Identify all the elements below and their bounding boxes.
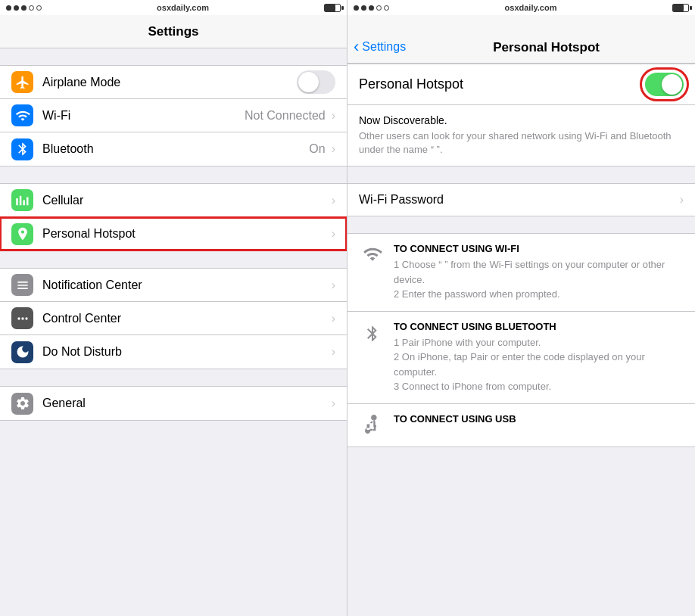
gear-icon <box>15 396 30 411</box>
section-network: Cellular › Personal Hotspot › <box>0 183 347 251</box>
status-url-right: osxdaily.com <box>505 3 557 12</box>
connect-wifi-step2: 2 Enter the password when prompted. <box>394 287 684 302</box>
hotspot-label: Personal Hotspot <box>42 227 332 241</box>
airplane-label: Airplane Mode <box>42 76 297 89</box>
section-general: General › <box>0 386 347 421</box>
wifi-password-label: Wi-Fi Password <box>359 193 680 207</box>
connect-section: TO CONNECT USING WI-FI 1 Choose “ ” from… <box>348 233 695 447</box>
donotdisturb-icon-wrap <box>11 341 33 363</box>
wifi-icon-wrap <box>11 104 33 126</box>
dot1 <box>6 5 11 11</box>
section-controls: Notification Center › Control Center › <box>0 268 347 369</box>
status-bar-right: osxdaily.com <box>348 0 695 15</box>
notification-chevron: › <box>332 278 335 292</box>
bluetooth-label: Bluetooth <box>42 142 309 156</box>
dot2 <box>14 5 19 11</box>
connect-usb-title: TO CONNECT USING USB <box>394 413 684 425</box>
list-item-cellular[interactable]: Cellular › <box>0 184 347 217</box>
airplane-toggle[interactable] <box>297 70 335 94</box>
svg-point-2 <box>25 317 27 319</box>
cellular-icon-wrap <box>11 189 33 211</box>
wifi-label: Wi-Fi <box>42 109 245 123</box>
airplane-icon <box>15 75 30 90</box>
connect-bluetooth-step1: 1 Pair iPhone with your computer. <box>394 335 684 350</box>
settings-list: Airplane Mode Wi-Fi Not Connected › <box>0 48 347 616</box>
wifi-password-row[interactable]: Wi-Fi Password › <box>348 183 695 216</box>
hotspot-chevron: › <box>332 227 335 241</box>
general-chevron: › <box>332 397 335 410</box>
connect-bluetooth-step2: 2 On iPhone, tap Pair or enter the code … <box>394 350 684 379</box>
right-content: Personal Hotspot Now Discoverable. Other… <box>348 64 695 616</box>
notification-label: Notification Center <box>42 278 332 292</box>
donotdisturb-label: Do Not Disturb <box>42 345 332 359</box>
list-item-control[interactable]: Control Center › <box>0 302 347 335</box>
list-item-wifi[interactable]: Wi-Fi Not Connected › <box>0 99 347 132</box>
hotspot-icon-wrap <box>11 223 33 245</box>
list-item-bluetooth[interactable]: Bluetooth On › <box>0 132 347 166</box>
hotspot-toggle-label: Personal Hotspot <box>359 76 645 92</box>
connect-wifi-icon <box>359 244 386 264</box>
left-panel: osxdaily.com Settings Airplane Mode <box>0 0 348 616</box>
connect-wifi-step1: 1 Choose “ ” from the Wi-Fi settings on … <box>394 257 684 287</box>
bluetooth-icon-wrap <box>11 138 33 160</box>
list-item-airplane[interactable]: Airplane Mode <box>0 66 347 99</box>
control-center-icon <box>15 311 30 326</box>
right-nav-title: Personal Hotspot <box>409 40 684 55</box>
connect-wifi-title: TO CONNECT USING WI-FI <box>394 243 684 254</box>
rdot4 <box>376 5 382 11</box>
cellular-icon <box>15 193 30 208</box>
battery-fill-right <box>673 5 684 11</box>
status-url-left: osxdaily.com <box>157 3 209 12</box>
list-item-hotspot[interactable]: Personal Hotspot › <box>0 217 347 250</box>
hotspot-toggle-knob <box>662 74 682 95</box>
connect-bluetooth-text: TO CONNECT USING BLUETOOTH 1 Pair iPhone… <box>394 321 684 394</box>
wifi-chevron: › <box>332 109 335 123</box>
connect-bluetooth-icon <box>359 322 386 345</box>
bluetooth-connect-icon <box>363 322 382 345</box>
list-item-general[interactable]: General › <box>0 387 347 420</box>
cellular-chevron: › <box>332 194 335 207</box>
hotspot-toggle[interactable] <box>645 73 684 96</box>
back-button[interactable]: ‹ Settings <box>354 39 406 55</box>
status-bar-left: osxdaily.com <box>0 0 347 15</box>
dot3 <box>21 5 26 11</box>
moon-icon <box>15 344 30 359</box>
control-chevron: › <box>332 312 335 325</box>
wifi-password-chevron: › <box>680 193 684 207</box>
notification-icon <box>15 278 30 293</box>
connect-wifi-text: TO CONNECT USING WI-FI 1 Choose “ ” from… <box>394 243 684 302</box>
list-item-donotdisturb[interactable]: Do Not Disturb › <box>0 335 347 369</box>
section-gap-3 <box>0 251 347 268</box>
hotspot-toggle-row: Personal Hotspot <box>348 64 695 105</box>
bluetooth-icon <box>15 142 30 157</box>
battery-icon-left <box>324 4 341 12</box>
discoverable-text: Other users can look for your shared net… <box>359 129 684 157</box>
section-gap-1 <box>0 48 347 65</box>
connect-bluetooth-title: TO CONNECT USING BLUETOOTH <box>394 321 684 332</box>
connect-usb-icon <box>359 415 386 437</box>
signal-dots-right <box>354 5 389 11</box>
hotspot-icon <box>15 226 30 241</box>
donotdisturb-chevron: › <box>332 345 335 359</box>
back-label: Settings <box>362 40 406 54</box>
cellular-label: Cellular <box>42 194 332 207</box>
wifi-icon <box>15 108 30 123</box>
connect-usb-text: TO CONNECT USING USB <box>394 413 684 428</box>
connect-bluetooth-step3: 3 Connect to iPhone from computer. <box>394 379 684 394</box>
wifi-value: Not Connected <box>245 109 326 123</box>
control-icon-wrap <box>11 307 33 329</box>
svg-point-0 <box>17 317 20 319</box>
airplane-icon-wrap <box>11 71 33 93</box>
signal-dots <box>6 5 42 11</box>
left-nav-title: Settings <box>148 24 198 39</box>
airplane-toggle-knob <box>298 72 319 92</box>
nav-bar-left: Settings <box>0 15 347 48</box>
notification-icon-wrap <box>11 274 33 296</box>
rdot3 <box>369 5 374 11</box>
control-label: Control Center <box>42 312 332 325</box>
rdot2 <box>361 5 366 11</box>
battery-fill <box>325 5 335 11</box>
list-item-notification[interactable]: Notification Center › <box>0 269 347 302</box>
section-connectivity: Airplane Mode Wi-Fi Not Connected › <box>0 65 347 166</box>
connect-wifi-item: TO CONNECT USING WI-FI 1 Choose “ ” from… <box>348 234 695 312</box>
